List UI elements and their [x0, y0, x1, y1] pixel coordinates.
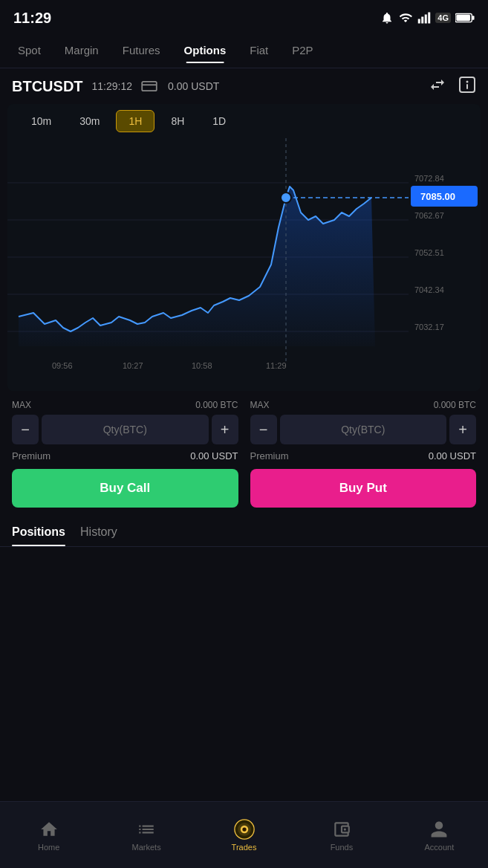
put-max-row: MAX 0.000 BTC [250, 400, 477, 410]
svg-text:7085.00: 7085.00 [420, 191, 455, 202]
svg-text:7072.84: 7072.84 [414, 174, 444, 183]
buy-call-button[interactable]: Buy Call [12, 469, 238, 508]
nav-account[interactable]: Account [391, 819, 488, 852]
svg-rect-7 [142, 82, 157, 91]
nav-trades-label: Trades [232, 843, 257, 852]
tab-history[interactable]: History [80, 525, 117, 546]
tf-10m[interactable]: 10m [19, 111, 63, 132]
trading-panel: MAX 0.000 BTC − + Premium 0.00 USDT Buy … [0, 391, 488, 514]
tf-1h[interactable]: 1H [116, 110, 154, 132]
svg-text:7042.34: 7042.34 [414, 285, 444, 294]
svg-rect-3 [429, 13, 431, 24]
svg-point-35 [344, 828, 346, 830]
home-icon [39, 819, 59, 840]
trades-icon [234, 819, 255, 840]
nav-markets[interactable]: Markets [97, 819, 195, 852]
call-premium-value: 0.00 USDT [190, 450, 238, 461]
status-icons: 4G [380, 11, 475, 25]
tab-options[interactable]: Options [174, 38, 237, 62]
bottom-nav: Home Markets Trades Funds Account [0, 801, 488, 868]
call-premium-label: Premium [12, 450, 51, 461]
svg-point-19 [281, 192, 291, 203]
tab-margin[interactable]: Margin [54, 38, 109, 62]
account-icon [429, 819, 449, 840]
put-max-label: MAX [250, 400, 270, 410]
tf-8h[interactable]: 8H [159, 111, 196, 132]
status-time: 11:29 [13, 10, 51, 27]
call-max-row: MAX 0.000 BTC [12, 400, 238, 410]
svg-text:10:27: 10:27 [123, 361, 143, 370]
transfer-icon[interactable] [429, 76, 446, 97]
alarm-icon [380, 11, 394, 25]
call-max-label: MAX [12, 400, 31, 410]
svg-rect-5 [472, 16, 475, 20]
tab-fiat[interactable]: Fiat [239, 38, 279, 62]
put-qty-increase[interactable]: + [449, 415, 476, 444]
svg-rect-0 [418, 19, 420, 24]
funds-icon [331, 819, 352, 840]
chart-container: 10m 30m 1H 8H 1D [7, 104, 481, 391]
svg-text:7032.17: 7032.17 [414, 323, 444, 331]
tab-futures[interactable]: Futures [112, 38, 171, 62]
nav-account-label: Account [424, 843, 454, 852]
wifi-icon [398, 11, 413, 25]
call-premium-row: Premium 0.00 USDT [12, 450, 238, 461]
call-side: MAX 0.000 BTC − + Premium 0.00 USDT Buy … [12, 400, 238, 508]
call-qty-row: − + [12, 415, 238, 444]
put-qty-decrease[interactable]: − [250, 415, 277, 444]
price-chart: 7085.00 7072.84 7062.67 7052.51 7042.34 … [7, 138, 481, 391]
svg-rect-6 [456, 15, 470, 21]
call-qty-increase[interactable]: + [212, 415, 238, 444]
nav-funds[interactable]: Funds [293, 819, 390, 852]
svg-text:10:58: 10:58 [192, 361, 212, 370]
positions-tabs: Positions History [0, 514, 488, 547]
nav-home-label: Home [38, 843, 59, 852]
call-qty-decrease[interactable]: − [12, 415, 39, 444]
put-max-value: 0.000 BTC [434, 400, 476, 410]
market-header: BTCUSDT 11:29:12 0.00 USDT [0, 68, 488, 104]
battery-icon [455, 13, 475, 23]
markets-icon [136, 819, 157, 840]
market-balance: 0.00 USDT [168, 80, 219, 92]
svg-rect-1 [422, 17, 424, 24]
svg-text:7052.51: 7052.51 [414, 248, 444, 257]
market-actions [429, 76, 476, 97]
signal-icon [417, 11, 431, 25]
call-qty-input[interactable] [42, 415, 209, 444]
tf-30m[interactable]: 30m [68, 111, 111, 132]
buy-put-button[interactable]: Buy Put [250, 469, 477, 508]
nav-home[interactable]: Home [0, 819, 97, 852]
nav-trades[interactable]: Trades [195, 819, 293, 852]
svg-text:11:29: 11:29 [266, 361, 287, 370]
put-qty-row: − + [250, 415, 477, 444]
put-premium-row: Premium 0.00 USDT [250, 450, 477, 461]
svg-text:09:56: 09:56 [52, 361, 73, 370]
timeframe-bar: 10m 30m 1H 8H 1D [7, 104, 481, 138]
market-pair[interactable]: BTCUSDT [12, 78, 83, 95]
put-side: MAX 0.000 BTC − + Premium 0.00 USDT Buy … [250, 400, 477, 508]
status-bar: 11:29 4G [0, 0, 488, 33]
network-badge: 4G [435, 13, 451, 23]
nav-tabs: Spot Margin Futures Options Fiat P2P [0, 33, 488, 68]
tab-positions[interactable]: Positions [12, 525, 65, 546]
card-icon [141, 80, 157, 92]
put-qty-input[interactable] [280, 415, 447, 444]
svg-point-34 [242, 827, 246, 831]
put-premium-label: Premium [250, 450, 289, 461]
nav-funds-label: Funds [331, 843, 354, 852]
nav-markets-label: Markets [132, 843, 161, 852]
tab-spot[interactable]: Spot [7, 38, 51, 62]
info-icon[interactable] [458, 76, 476, 97]
tab-p2p[interactable]: P2P [282, 38, 323, 62]
put-premium-value: 0.00 USDT [429, 450, 476, 461]
market-time: 11:29:12 [92, 80, 133, 92]
svg-text:7062.67: 7062.67 [414, 211, 444, 220]
call-max-value: 0.000 BTC [195, 400, 238, 410]
tf-1d[interactable]: 1D [201, 111, 238, 132]
svg-rect-2 [425, 15, 427, 24]
